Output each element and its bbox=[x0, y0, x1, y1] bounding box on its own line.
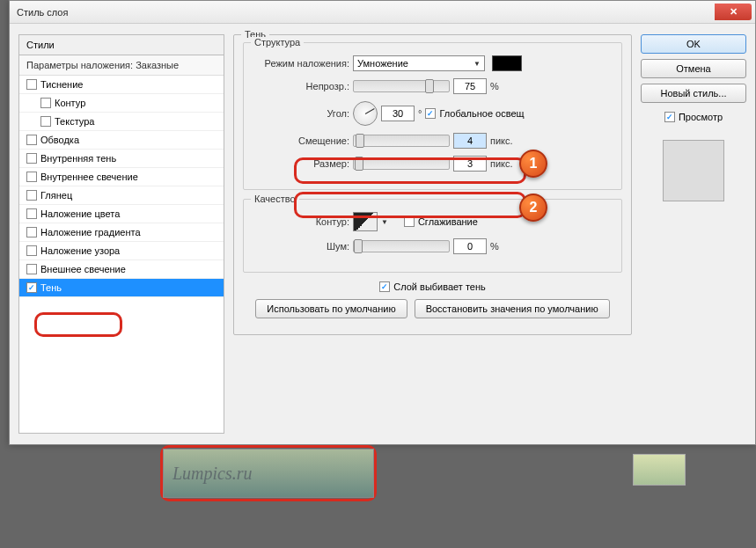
opacity-input[interactable] bbox=[453, 78, 487, 94]
styles-list: Стили Параметры наложения: Заказные Тисн… bbox=[18, 34, 224, 434]
style-label: Обводка bbox=[40, 135, 79, 145]
close-button[interactable]: ✕ bbox=[715, 4, 752, 20]
style-checkbox[interactable] bbox=[26, 245, 37, 256]
style-checkbox[interactable] bbox=[26, 79, 37, 90]
opacity-slider[interactable] bbox=[353, 80, 450, 92]
style-item-10[interactable]: Внешнее свечение bbox=[19, 260, 224, 279]
size-slider[interactable] bbox=[353, 157, 450, 170]
angle-unit: ° bbox=[418, 108, 422, 119]
antialias-label: Сглаживание bbox=[418, 216, 478, 227]
knockout-label: Слой выбивает тень bbox=[393, 281, 486, 292]
chevron-down-icon: ▼ bbox=[473, 60, 481, 68]
distance-slider[interactable] bbox=[353, 135, 450, 147]
style-item-6[interactable]: Глянец bbox=[19, 186, 224, 205]
angle-label: Угол: bbox=[253, 108, 349, 119]
noise-input[interactable] bbox=[453, 238, 487, 254]
style-checkbox[interactable] bbox=[26, 153, 37, 164]
window-title: Стиль слоя bbox=[13, 7, 68, 18]
size-input[interactable] bbox=[453, 156, 487, 172]
style-item-2[interactable]: Текстура bbox=[19, 113, 224, 131]
distance-label: Смещение: bbox=[253, 135, 349, 146]
style-checkbox[interactable] bbox=[40, 98, 51, 108]
style-label: Внутренняя тень bbox=[40, 153, 116, 164]
distance-input[interactable] bbox=[453, 133, 487, 149]
style-checkbox[interactable] bbox=[26, 208, 37, 219]
global-light-checkbox[interactable] bbox=[425, 108, 436, 119]
global-light-label: Глобальное освещ bbox=[439, 108, 524, 119]
style-item-4[interactable]: Внутренняя тень bbox=[19, 150, 224, 168]
noise-slider[interactable] bbox=[353, 240, 450, 252]
blend-mode-select[interactable]: Умножение ▼ bbox=[353, 55, 485, 71]
structure-legend: Структура bbox=[251, 37, 304, 47]
watermark-text: Lumpics.ru bbox=[172, 464, 253, 484]
layer-thumbnail bbox=[633, 454, 686, 486]
style-label: Наложение цвета bbox=[40, 208, 120, 219]
annotation-badge-2: 2 bbox=[519, 194, 547, 222]
annotation-badge-1: 1 bbox=[519, 150, 547, 178]
style-item-9[interactable]: Наложение узора bbox=[19, 242, 224, 260]
noise-label: Шум: bbox=[253, 241, 349, 252]
style-item-0[interactable]: Тиснение bbox=[19, 76, 224, 94]
style-label: Тень bbox=[40, 282, 62, 293]
style-checkbox[interactable] bbox=[40, 116, 51, 127]
style-item-8[interactable]: Наложение градиента bbox=[19, 223, 224, 242]
opacity-label: Непрозр.: bbox=[253, 81, 349, 91]
style-item-11[interactable]: Тень bbox=[19, 279, 224, 297]
style-label: Наложение узора bbox=[40, 245, 120, 256]
layer-style-dialog: Стиль слоя ✕ Стили Параметры наложения: … bbox=[9, 0, 756, 445]
style-item-1[interactable]: Контур bbox=[19, 94, 224, 113]
opacity-unit: % bbox=[490, 81, 499, 91]
angle-input[interactable] bbox=[381, 106, 415, 121]
titlebar: Стиль слоя ✕ bbox=[10, 1, 755, 24]
style-label: Глянец bbox=[40, 190, 72, 201]
chevron-down-icon[interactable]: ▼ bbox=[381, 218, 388, 226]
make-default-button[interactable]: Использовать по умолчанию bbox=[255, 299, 407, 318]
noise-unit: % bbox=[490, 241, 499, 252]
distance-unit: пикс. bbox=[490, 135, 513, 146]
preview-thumbnail bbox=[663, 140, 724, 201]
reset-default-button[interactable]: Восстановить значения по умолчанию bbox=[415, 299, 610, 318]
watermark-strip: Lumpics.ru bbox=[163, 449, 374, 498]
quality-legend: Качество bbox=[251, 194, 299, 204]
blending-options[interactable]: Параметры наложения: Заказные bbox=[19, 55, 224, 76]
style-checkbox[interactable] bbox=[26, 172, 37, 182]
style-checkbox[interactable] bbox=[26, 264, 37, 274]
ok-button[interactable]: OK bbox=[641, 34, 746, 54]
close-icon: ✕ bbox=[730, 6, 738, 18]
style-label: Наложение градиента bbox=[40, 227, 141, 237]
structure-group: Структура Режим наложения: Умножение ▼ Н… bbox=[243, 42, 622, 190]
style-label: Внутреннее свечение bbox=[40, 172, 138, 182]
shadow-group: Тень Структура Режим наложения: Умножени… bbox=[233, 34, 632, 335]
style-label: Тиснение bbox=[40, 79, 83, 90]
preview-checkbox[interactable] bbox=[664, 112, 675, 122]
style-label: Контур bbox=[55, 98, 85, 108]
angle-dial[interactable] bbox=[353, 101, 378, 126]
contour-picker[interactable] bbox=[353, 212, 378, 231]
style-item-5[interactable]: Внутреннее свечение bbox=[19, 168, 224, 186]
style-item-7[interactable]: Наложение цвета bbox=[19, 205, 224, 223]
style-label: Внешнее свечение bbox=[40, 264, 126, 274]
size-unit: пикс. bbox=[490, 158, 513, 169]
size-label: Размер: bbox=[253, 158, 349, 169]
style-label: Текстура bbox=[55, 116, 94, 127]
settings-panel: Тень Структура Режим наложения: Умножени… bbox=[233, 34, 632, 434]
blend-mode-value: Умножение bbox=[357, 58, 408, 69]
style-checkbox[interactable] bbox=[26, 135, 37, 145]
cancel-button[interactable]: Отмена bbox=[641, 59, 746, 78]
preview-label: Просмотр bbox=[679, 112, 723, 122]
antialias-checkbox[interactable] bbox=[404, 216, 415, 227]
knockout-checkbox[interactable] bbox=[379, 281, 390, 292]
blend-mode-label: Режим наложения: bbox=[253, 58, 349, 69]
dialog-buttons: OK Отмена Новый стиль... Просмотр bbox=[641, 34, 746, 434]
style-item-3[interactable]: Обводка bbox=[19, 131, 224, 150]
style-checkbox[interactable] bbox=[26, 190, 37, 201]
style-checkbox[interactable] bbox=[26, 227, 37, 237]
styles-header: Стили bbox=[19, 35, 224, 55]
style-checkbox[interactable] bbox=[26, 282, 37, 293]
new-style-button[interactable]: Новый стиль... bbox=[641, 84, 746, 103]
contour-label: Контур: bbox=[253, 216, 349, 227]
quality-group: Качество Контур: ▼ Сглаживание Шум: % bbox=[243, 199, 622, 273]
color-swatch[interactable] bbox=[492, 55, 522, 71]
